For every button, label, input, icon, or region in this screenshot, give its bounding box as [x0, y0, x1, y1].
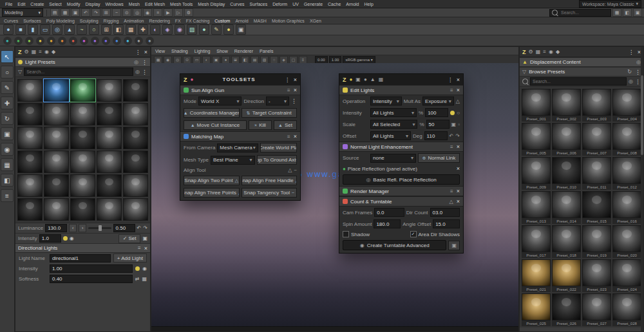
light-preset-thumb-12[interactable]: [44, 127, 69, 149]
kebab-menu-icon[interactable]: ⋮: [629, 49, 634, 55]
collapse-icon[interactable]: ×: [457, 87, 460, 93]
collapse-icon[interactable]: ×: [457, 143, 460, 150]
rotate-ccw-icon[interactable]: ↶: [450, 133, 454, 139]
plugin-orange-icon[interactable]: ●: [58, 37, 66, 45]
lightbulb-off-icon[interactable]: ○: [457, 110, 460, 116]
viewport-menu-panels[interactable]: Panels: [260, 49, 273, 53]
attribute-editor-icon[interactable]: ◧: [623, 8, 632, 17]
kebab-menu-icon[interactable]: ⋮: [142, 69, 147, 75]
viewport-icon-11[interactable]: ▨: [260, 56, 269, 64]
displacement-thumb-19[interactable]: Preset_019: [582, 225, 611, 258]
info-icon[interactable]: ◎: [134, 59, 138, 65]
menu-file[interactable]: File: [3, 2, 15, 6]
displacement-thumb-22[interactable]: Preset_022: [552, 259, 581, 292]
shelf-tab-arnold[interactable]: Arnold: [235, 19, 248, 23]
layout-four-icon[interactable]: ◧: [1, 174, 14, 187]
menu-edit[interactable]: Edit: [15, 2, 28, 6]
kebab-menu-icon[interactable]: ⋮: [142, 59, 147, 66]
light-preset-thumb-27[interactable]: [44, 198, 69, 221]
grid-view-icon[interactable]: ▦: [32, 49, 37, 55]
curve-icon[interactable]: ~: [294, 167, 297, 173]
scale-value-field[interactable]: 50: [426, 120, 450, 129]
pin-icon[interactable]: ◉: [142, 266, 147, 272]
shelf-plane-icon[interactable]: ▭: [40, 24, 50, 35]
normal-enhancement-section-bar[interactable]: Normal Light Enhancement ≡ ×: [339, 142, 463, 152]
shelf-tab-rendering[interactable]: Rendering: [149, 19, 169, 23]
snap-three-points-button[interactable]: Snap Align Three Points △: [184, 188, 240, 198]
decrement-button[interactable]: ‹: [69, 224, 77, 232]
light-preset-thumb-20[interactable]: [123, 151, 148, 173]
snap-grid-icon[interactable]: ⊞: [102, 8, 111, 17]
viewport-icon-3[interactable]: ⊙: [183, 56, 191, 64]
light-preset-thumb-23[interactable]: [70, 174, 95, 197]
layout-single-icon[interactable]: ▦: [1, 158, 14, 171]
info-icon[interactable]: ◎: [135, 69, 140, 75]
displacement-thumb-15[interactable]: Preset_015: [582, 191, 611, 224]
displacement-thumb-28[interactable]: Preset_028: [612, 293, 641, 326]
shelf-curve-icon[interactable]: ~: [77, 24, 87, 35]
menu-edit-mesh[interactable]: Edit Mesh: [142, 2, 167, 6]
info-icon[interactable]: ◎: [629, 78, 633, 84]
render-settings-icon[interactable]: ⚙: [184, 8, 193, 17]
menu-icon[interactable]: ≡: [287, 134, 290, 140]
plugin-violet-icon[interactable]: ●: [102, 37, 110, 45]
menu-curves[interactable]: Curves: [227, 2, 247, 6]
scale-icon[interactable]: ▣: [142, 235, 147, 241]
intensity-value-field[interactable]: 100: [425, 108, 448, 117]
move-cut-instance-button[interactable]: ▲ Move Cut Instance: [184, 120, 247, 130]
scrollbar-thumb[interactable]: [641, 75, 643, 155]
displacement-thumb-11[interactable]: Preset_011: [582, 157, 611, 190]
collapse-icon[interactable]: ×: [294, 87, 297, 93]
shelf-light-shelf-icon[interactable]: ●: [223, 24, 234, 35]
close-icon[interactable]: ×: [294, 77, 297, 83]
viewport-canvas[interactable]: 桂之CG www.ganxxfb.cn Z ● TOOLSETS ⋮ × Sun…: [151, 63, 518, 327]
rotate-cw-icon[interactable]: ↷: [455, 133, 460, 139]
displacement-thumb-16[interactable]: Preset_016: [612, 191, 641, 224]
add-light-button[interactable]: + Add Light: [113, 254, 147, 263]
lightbulb-icon[interactable]: [450, 111, 455, 115]
normal-link-button[interactable]: ⊕ Normal Link: [418, 153, 460, 163]
displacement-thumb-23[interactable]: Preset_023: [582, 259, 611, 292]
menu-deform[interactable]: Deform: [270, 2, 290, 6]
redo-icon[interactable]: ↷: [91, 8, 100, 17]
plugin-magenta-icon[interactable]: ●: [80, 37, 88, 45]
plugin-steel-icon[interactable]: ●: [146, 37, 154, 45]
menu-create[interactable]: Create: [28, 2, 46, 6]
edit-lights-section-bar[interactable]: Edit Lights ≡ ×: [339, 85, 463, 95]
directional-lights-section-bar[interactable]: Directional Lights ≡ ×: [15, 243, 150, 253]
menu-icon[interactable]: ≡: [450, 88, 453, 93]
grid-view-icon[interactable]: ▦: [536, 49, 541, 55]
lasso-tool-icon[interactable]: ○: [1, 66, 14, 78]
shelf-mirror-icon[interactable]: ◐: [150, 24, 160, 35]
expand-icon[interactable]: ▣: [451, 122, 457, 127]
plugin-cyan-icon[interactable]: ●: [124, 37, 132, 45]
info-icon[interactable]: ◎: [636, 59, 641, 65]
shelf-paint-icon[interactable]: ✎: [211, 24, 222, 35]
shelf-extrude-icon[interactable]: ⊞: [101, 24, 111, 35]
create-world-plane-button[interactable]: ⊕ Create World Plane: [260, 143, 297, 152]
ipr-render-icon[interactable]: ▷: [174, 8, 183, 17]
viewport-icon-5[interactable]: ◐: [202, 56, 211, 64]
viewport-icon-6[interactable]: ▣: [212, 56, 220, 64]
light-preset-thumb-26[interactable]: [17, 198, 43, 221]
lightbulb-icon[interactable]: [135, 266, 140, 271]
light-preset-thumb-8[interactable]: [70, 103, 95, 125]
cam-frames-field[interactable]: 0.0: [374, 208, 404, 217]
light-preset-thumb-30[interactable]: [123, 198, 148, 221]
last-tool-icon[interactable]: ◉: [1, 143, 14, 156]
menu-icon[interactable]: ≡: [450, 189, 453, 194]
save-icon[interactable]: ▣: [448, 241, 460, 250]
paint-select-tool-icon[interactable]: ✎: [1, 81, 14, 94]
move-tool-icon[interactable]: ✚: [1, 97, 14, 109]
target-icon[interactable]: ◉: [44, 49, 49, 55]
shelf-bridge-icon[interactable]: ▦: [126, 24, 136, 35]
refresh-icon[interactable]: ↻: [627, 69, 632, 75]
scale-scope-dropdown[interactable]: All Selected ▾: [370, 120, 417, 129]
shelf-camera-shelf-icon[interactable]: ▣: [236, 24, 246, 35]
render-icon[interactable]: ▶: [164, 8, 173, 17]
displacement-thumb-9[interactable]: Preset_009: [522, 157, 551, 190]
settings-icon[interactable]: ⚙: [529, 49, 533, 55]
menu-mesh[interactable]: Mesh: [126, 2, 142, 6]
from-camera-dropdown[interactable]: Mesh Camera ▾: [217, 143, 258, 152]
displacement-thumb-14[interactable]: Preset_014: [552, 191, 581, 224]
